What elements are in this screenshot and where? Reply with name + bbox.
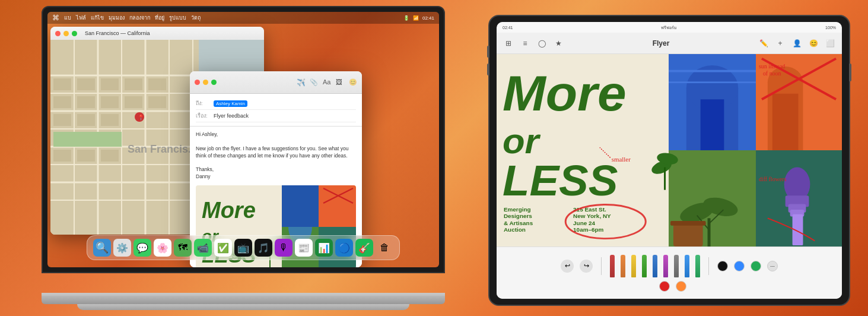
svg-rect-32 [53, 132, 122, 147]
wifi-icon: 📶 [413, 15, 419, 21]
menu-item-edit[interactable]: แก้ไข [91, 14, 104, 22]
svg-rect-29 [53, 150, 71, 162]
color-black[interactable] [717, 261, 728, 271]
mail-to-field[interactable]: ถึง: Ashley Kamin [196, 97, 356, 110]
pen-red[interactable] [610, 255, 615, 277]
person-icon[interactable]: 👤 [791, 37, 803, 49]
color-red[interactable] [659, 281, 670, 292]
dock-finder[interactable]: 🔍 [93, 239, 111, 257]
svg-rect-27 [77, 114, 95, 126]
star-icon[interactable]: ★ [552, 37, 564, 49]
dock-appletv[interactable]: 📺 [234, 239, 252, 257]
dock-music[interactable]: 🎵 [255, 239, 272, 257]
spacer [653, 286, 653, 286]
macbook-base-bar [77, 304, 409, 310]
mail-message: New job on the flyer. I have a few sugge… [196, 146, 356, 160]
svg-rect-28 [101, 114, 119, 126]
pen-teal[interactable] [695, 255, 700, 277]
pen-yellow[interactable] [631, 255, 636, 277]
power-button[interactable] [849, 64, 851, 81]
pen-gray[interactable] [674, 255, 679, 277]
menu-item-app[interactable]: แบ [64, 14, 71, 22]
menu-item-format[interactable]: รูปแบบ [169, 14, 186, 22]
menu-item-go[interactable]: กลองจาก [129, 14, 150, 22]
add-icon[interactable]: + [774, 37, 786, 49]
svg-text:10am–6pm: 10am–6pm [573, 226, 604, 233]
dock-news[interactable]: 📰 [295, 239, 313, 257]
menu-item-view[interactable]: มุมมอง [109, 14, 125, 22]
svg-text:Emerging: Emerging [504, 206, 531, 213]
macbook: ⌘ แบ ไฟล์ แก้ไข มุมมอง กลองจาก ที่อยู่ ร… [18, 6, 469, 315]
close-button[interactable] [55, 31, 61, 36]
mail-subject-field[interactable]: เรื่อง: Flyer feedback [196, 110, 356, 122]
dock-messages[interactable]: 💬 [133, 239, 151, 257]
dock: 🔍 ⚙️ 💬 🌸 🗺 📹 ✅ 📺 🎵 🎙 📰 📊 🔵 🎸 🗑 [87, 235, 400, 260]
send-icon[interactable]: ✈️ [297, 78, 305, 87]
ipad-time: 02:41 [503, 26, 513, 30]
shapes-icon[interactable]: ◯ [536, 37, 548, 49]
pen-orange[interactable] [621, 255, 625, 277]
menu-bar-right: 🔋 📶 02:41 [403, 15, 434, 21]
redo-button[interactable]: ↪ [580, 260, 593, 273]
mail-sign-off: Thanks,Danny [196, 166, 356, 181]
dock-photos[interactable]: 🌸 [154, 239, 171, 257]
pen-green[interactable] [642, 255, 647, 277]
undo-button[interactable]: ↩ [561, 260, 574, 273]
grid-view-icon[interactable]: ⊞ [503, 37, 514, 49]
svg-rect-16 [53, 78, 71, 90]
pen-blue[interactable] [653, 255, 657, 277]
minimize-button[interactable] [63, 31, 69, 36]
format-icon[interactable]: Aa [323, 78, 331, 87]
dock-trash[interactable]: 🗑 [376, 239, 393, 257]
more-options-icon[interactable]: ⬜ [824, 37, 836, 49]
apple-menu[interactable]: ⌘ [52, 14, 59, 22]
color-green[interactable] [751, 261, 761, 271]
dock-maps[interactable]: 🗺 [174, 239, 192, 257]
volume-down-button[interactable] [487, 64, 489, 75]
pen-lightblue[interactable] [685, 255, 689, 277]
mail-minimize-button[interactable] [203, 80, 208, 85]
menu-item-file[interactable]: ไฟล์ [76, 14, 86, 22]
svg-rect-31 [101, 150, 119, 162]
menu-item-bookmarks[interactable]: ที่อยู่ [155, 14, 164, 22]
maximize-button[interactable] [72, 31, 77, 36]
dock-podcasts[interactable]: 🎙 [275, 239, 292, 257]
dock-appstore[interactable]: 🔵 [335, 239, 353, 257]
color-orange[interactable] [676, 281, 686, 292]
toolbar-top-row: ↩ ↪ [561, 255, 778, 277]
svg-rect-23 [101, 96, 119, 108]
volume-up-button[interactable] [487, 46, 489, 58]
emoji-icon[interactable]: 😊 [349, 78, 357, 87]
attach-icon[interactable]: 📎 [310, 78, 318, 87]
color-blue[interactable] [734, 261, 745, 271]
drawing-toolbar[interactable]: ↩ ↪ [497, 247, 842, 299]
photo-icon[interactable]: 🖼 [336, 78, 344, 87]
svg-text:Designers: Designers [504, 213, 532, 220]
dock-spotify[interactable]: 🎸 [355, 239, 373, 257]
mail-close-button[interactable] [195, 80, 200, 85]
more-colors-button[interactable]: ··· [767, 261, 778, 271]
menu-item-window[interactable]: วัตถุ [191, 14, 201, 22]
emoji-toolbar-icon[interactable]: 😊 [807, 37, 819, 49]
mail-maximize-button[interactable] [211, 80, 217, 85]
svg-text:smaller: smaller [612, 156, 631, 163]
dock-launchpad[interactable]: ⚙️ [113, 239, 131, 257]
macbook-bezel: ⌘ แบ ไฟล์ แก้ไข มุมมอง กลองจาก ที่อยู่ ร… [42, 6, 445, 273]
pen-purple[interactable] [663, 255, 668, 277]
to-recipient: Ashley Kamin [214, 100, 247, 107]
svg-rect-30 [77, 150, 95, 162]
svg-text:diff flowers: diff flowers [759, 176, 787, 183]
svg-text:More: More [202, 198, 256, 223]
mail-header: ถึง: Ashley Kamin เรื่อง: Flyer feedback [190, 94, 362, 127]
dock-reminders[interactable]: ✅ [214, 239, 232, 257]
pen-icon[interactable]: ✏️ [758, 37, 770, 49]
dock-numbers[interactable]: 📊 [315, 239, 333, 257]
list-view-icon[interactable]: ≡ [519, 37, 531, 49]
svg-text:New York, NY: New York, NY [573, 213, 611, 220]
canvas-area[interactable]: More or LESS Emerging Designers & Artisa… [497, 54, 842, 247]
toolbar-divider-2 [708, 257, 709, 275]
dock-facetime[interactable]: 📹 [194, 239, 212, 257]
svg-rect-19 [125, 78, 142, 90]
svg-rect-80 [772, 94, 799, 150]
to-label: ถึง: [196, 99, 214, 108]
